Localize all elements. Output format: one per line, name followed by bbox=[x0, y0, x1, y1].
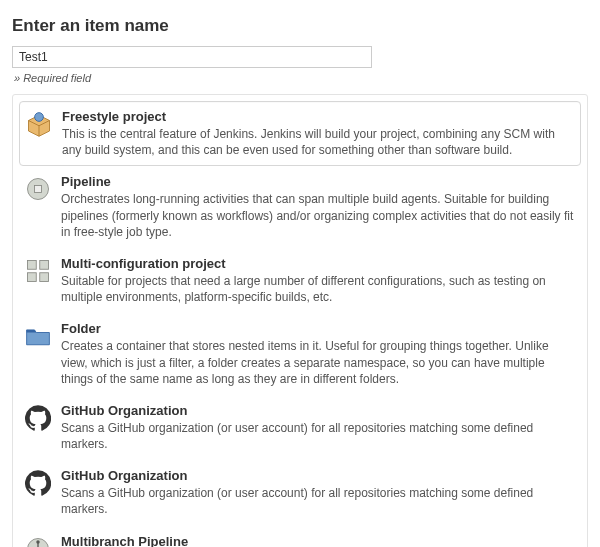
folder-icon bbox=[23, 321, 53, 351]
branches-icon bbox=[23, 534, 53, 547]
item-type-desc: Suitable for projects that need a large … bbox=[61, 273, 577, 305]
item-name-input[interactable] bbox=[12, 46, 372, 68]
item-type-title: GitHub Organization bbox=[61, 403, 577, 418]
svg-point-0 bbox=[35, 113, 44, 122]
page-heading: Enter an item name bbox=[12, 16, 588, 36]
item-type-desc: Scans a GitHub organization (or user acc… bbox=[61, 420, 577, 452]
required-field-hint: » Required field bbox=[14, 72, 588, 84]
svg-rect-3 bbox=[28, 260, 37, 269]
item-type-title: Folder bbox=[61, 321, 577, 336]
matrix-icon bbox=[23, 256, 53, 286]
item-type-multibranch[interactable]: Multibranch Pipeline Creates a set of Pi… bbox=[13, 526, 587, 547]
svg-rect-6 bbox=[40, 273, 49, 282]
github-icon bbox=[23, 403, 53, 433]
item-type-github-org[interactable]: GitHub Organization Scans a GitHub organ… bbox=[13, 395, 587, 460]
svg-point-8 bbox=[36, 540, 40, 544]
item-type-title: Multibranch Pipeline bbox=[61, 534, 577, 547]
item-type-desc: Creates a container that stores nested i… bbox=[61, 338, 577, 387]
svg-rect-5 bbox=[28, 273, 37, 282]
item-type-title: Freestyle project bbox=[62, 109, 576, 124]
item-type-folder[interactable]: Folder Creates a container that stores n… bbox=[13, 313, 587, 395]
item-type-list: Freestyle project This is the central fe… bbox=[12, 94, 588, 547]
item-type-desc: Scans a GitHub organization (or user acc… bbox=[61, 485, 577, 517]
item-type-freestyle[interactable]: Freestyle project This is the central fe… bbox=[19, 101, 581, 166]
item-type-multiconfig[interactable]: Multi-configuration project Suitable for… bbox=[13, 248, 587, 313]
svg-rect-4 bbox=[40, 260, 49, 269]
item-type-title: Pipeline bbox=[61, 174, 577, 189]
github-icon bbox=[23, 468, 53, 498]
package-icon bbox=[24, 109, 54, 139]
item-type-title: GitHub Organization bbox=[61, 468, 577, 483]
item-type-desc: This is the central feature of Jenkins. … bbox=[62, 126, 576, 158]
item-type-desc: Orchestrates long-running activities tha… bbox=[61, 191, 577, 240]
svg-rect-2 bbox=[35, 186, 42, 193]
item-type-pipeline[interactable]: Pipeline Orchestrates long-running activ… bbox=[13, 166, 587, 248]
item-type-title: Multi-configuration project bbox=[61, 256, 577, 271]
item-type-github-org[interactable]: GitHub Organization Scans a GitHub organ… bbox=[13, 460, 587, 525]
pipeline-icon bbox=[23, 174, 53, 204]
